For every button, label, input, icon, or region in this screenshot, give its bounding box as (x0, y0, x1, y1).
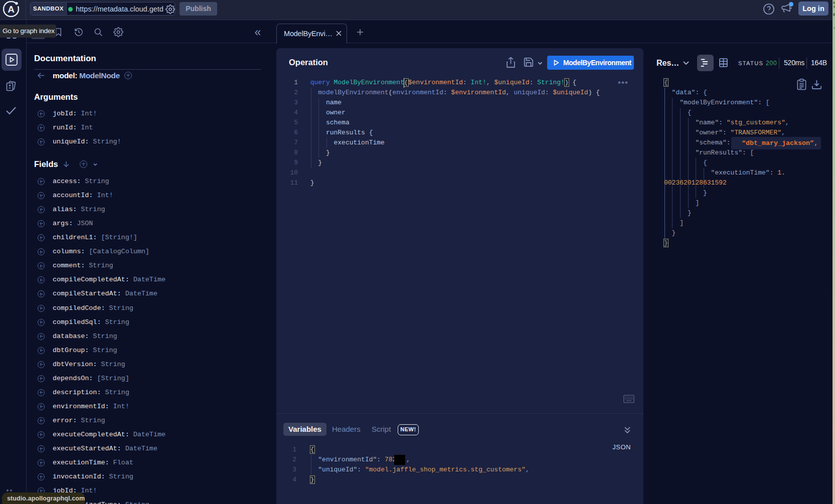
svg-text:A: A (8, 4, 15, 15)
